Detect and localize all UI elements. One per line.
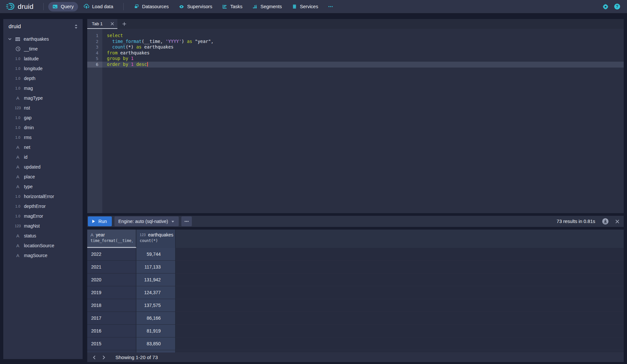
column-item-horizontalError[interactable]: 1.0horizontalError — [3, 192, 83, 201]
column-item-updated[interactable]: Aupdated — [3, 162, 83, 172]
tab-1[interactable]: Tab 1 — [87, 19, 117, 29]
nav-item-load-data[interactable]: Load data — [79, 2, 118, 11]
brand-wordmark: druid — [18, 3, 33, 10]
column-label: mag — [24, 86, 33, 91]
nav-item-label: Services — [300, 4, 318, 9]
column-item-place[interactable]: Aplace — [3, 172, 83, 182]
druid-home-link[interactable]: druid — [4, 2, 39, 11]
cell-earthquakes[interactable]: 137,575 — [136, 299, 176, 312]
cell-earthquakes[interactable]: 131,942 — [136, 273, 176, 286]
cell-year[interactable]: 2016 — [87, 325, 136, 337]
column-header-earthquakes[interactable]: 123 earthquakes count(*) — [136, 230, 176, 248]
nav-item-query[interactable]: Query — [48, 2, 78, 11]
double-caret-vertical-icon[interactable] — [74, 24, 78, 29]
column-label: nst — [24, 105, 30, 111]
svg-text:?: ? — [616, 4, 618, 9]
column-item-latitude[interactable]: 1.0latitude — [3, 54, 83, 64]
int-type-icon: 123 — [15, 224, 21, 228]
row-filler — [176, 261, 624, 273]
nav-item-supervisors[interactable]: Supervisors — [174, 2, 217, 11]
column-label: net — [24, 145, 30, 150]
cell-year[interactable]: 2022 — [87, 248, 136, 261]
nav-item-more[interactable] — [324, 2, 337, 11]
add-tab-button[interactable] — [117, 19, 131, 29]
help-icon: ? — [614, 3, 620, 10]
column-item-id[interactable]: Aid — [3, 152, 83, 162]
sql-code-area[interactable]: select time_format(__time, 'YYYY') as "y… — [102, 29, 624, 213]
column-item-dmin[interactable]: 1.0dmin — [3, 123, 83, 132]
line-number: 1 — [87, 33, 102, 39]
cell-earthquakes[interactable]: 83,850 — [136, 337, 176, 350]
nav-item-services[interactable]: Services — [288, 2, 323, 11]
column-item-mag[interactable]: 1.0mag — [3, 83, 83, 93]
cell-year[interactable]: 2019 — [87, 286, 136, 299]
cell-year[interactable]: 2015 — [87, 337, 136, 350]
sql-editor: 123456 select time_format(__time, 'YYYY'… — [87, 29, 624, 213]
nav-item-label: Load data — [92, 4, 113, 9]
run-button[interactable]: Run — [88, 216, 112, 226]
cell-year[interactable]: 2017 — [87, 312, 136, 325]
cell-year[interactable]: 2020 — [87, 273, 136, 286]
column-item-magNst[interactable]: 123magNst — [3, 221, 83, 231]
cell-year[interactable]: 2021 — [87, 261, 136, 273]
column-name: earthquakes — [148, 232, 173, 237]
close-tab-icon[interactable] — [110, 22, 114, 26]
column-item-nst[interactable]: 123nst — [3, 103, 83, 113]
row-filler — [176, 312, 624, 325]
download-results-button[interactable] — [602, 218, 609, 225]
column-item-magSource[interactable]: AmagSource — [3, 251, 83, 260]
stacked-chart-icon — [252, 4, 257, 9]
column-item-magType[interactable]: AmagType — [3, 93, 83, 103]
column-item-depth[interactable]: 1.0depth — [3, 73, 83, 83]
cell-earthquakes[interactable]: 86,166 — [136, 312, 176, 325]
cell-earthquakes[interactable]: 59,744 — [136, 248, 176, 261]
code-line-6: order by 1 desc — [102, 62, 624, 68]
next-page-button[interactable] — [99, 353, 108, 362]
close-results-button[interactable] — [615, 219, 620, 224]
column-label: dmin — [24, 125, 34, 130]
column-item-longitude[interactable]: 1.0longitude — [3, 64, 83, 73]
schema-selector[interactable]: druid — [3, 19, 83, 33]
cell-earthquakes[interactable]: 117,133 — [136, 261, 176, 273]
code-line-5: group by 1 — [102, 56, 624, 62]
engine-selector[interactable]: Engine: auto (sql-native) — [114, 216, 179, 226]
float-type-icon: 1.0 — [15, 126, 21, 130]
schema-sidebar: druid earthquakes__time1.0latitude1.0lon… — [3, 19, 83, 359]
row-filler — [176, 299, 624, 312]
help-button[interactable]: ? — [614, 3, 620, 10]
settings-button[interactable] — [602, 4, 609, 10]
string-type-icon: A — [16, 155, 19, 160]
cell-year[interactable]: 2018 — [87, 299, 136, 312]
column-label: magSource — [24, 253, 48, 258]
previous-page-button[interactable] — [90, 353, 99, 362]
column-label: gap — [24, 115, 31, 120]
top-nav: druid QueryLoad dataDatasourcesSuperviso… — [0, 0, 627, 13]
column-item-gap[interactable]: 1.0gap — [3, 113, 83, 123]
chevron-down-icon[interactable] — [7, 37, 12, 41]
string-type-icon: A — [16, 145, 19, 150]
line-number: 3 — [87, 44, 102, 50]
query-more-button[interactable] — [181, 216, 192, 226]
column-item-depthError[interactable]: 1.0depthError — [3, 201, 83, 211]
float-type-icon: 1.0 — [15, 194, 21, 198]
column-header-year[interactable]: A year time_format(__time, … — [87, 230, 136, 248]
cell-earthquakes[interactable]: 124,377 — [136, 286, 176, 299]
pagination-status: Showing 1-20 of 73 — [115, 354, 158, 360]
nav-item-tasks[interactable]: Tasks — [218, 2, 247, 11]
column-item-__time[interactable]: __time — [3, 44, 83, 54]
cell-earthquakes[interactable]: 81,919 — [136, 325, 176, 337]
column-item-magError[interactable]: 1.0magError — [3, 211, 83, 221]
editor-gutter: 123456 — [87, 29, 102, 213]
nav-item-datasources[interactable]: Datasources — [130, 2, 173, 11]
line-number: 2 — [87, 39, 102, 45]
string-type-icon: A — [16, 243, 19, 248]
column-item-type[interactable]: Atype — [3, 182, 83, 192]
nav-item-segments[interactable]: Segments — [248, 2, 286, 11]
column-item-rms[interactable]: 1.0rms — [3, 132, 83, 142]
column-item-status[interactable]: Astatus — [3, 231, 83, 241]
column-item-net[interactable]: Anet — [3, 142, 83, 152]
more-dots-icon — [184, 219, 189, 224]
column-item-earthquakes[interactable]: earthquakes — [3, 34, 83, 44]
column-item-locationSource[interactable]: AlocationSource — [3, 241, 83, 251]
column-label: depth — [24, 76, 35, 81]
